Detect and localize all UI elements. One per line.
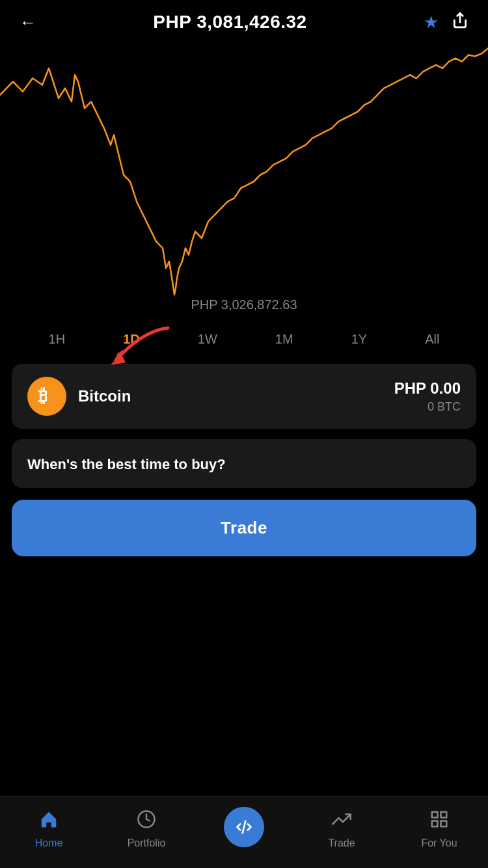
svg-rect-4 — [432, 812, 438, 818]
btc-amount: 0 BTC — [394, 400, 461, 414]
header: ← PHP 3,081,426.32 ★ — [0, 0, 488, 42]
price-chart: PHP 3,026,872.63 — [0, 42, 488, 321]
btc-php-value: PHP 0.00 — [394, 379, 461, 398]
bitcoin-name: Bitcoin — [78, 387, 131, 405]
time-filter-1d[interactable]: 1D — [116, 328, 146, 351]
svg-rect-6 — [432, 821, 438, 827]
favorite-icon[interactable]: ★ — [424, 12, 439, 33]
nav-portfolio-label: Portfolio — [128, 837, 166, 849]
trade-icon — [332, 809, 351, 834]
nav-trade-center[interactable] — [211, 807, 277, 852]
nav-portfolio[interactable]: Portfolio — [114, 809, 179, 849]
bitcoin-value: PHP 0.00 0 BTC — [394, 379, 461, 414]
nav-home-label: Home — [35, 837, 63, 849]
svg-rect-7 — [441, 821, 447, 827]
svg-rect-5 — [441, 812, 447, 818]
for-you-icon — [429, 809, 449, 834]
svg-text:₿: ₿ — [38, 386, 47, 406]
trade-button-container: Trade — [0, 488, 488, 565]
bitcoin-info: ₿ Bitcoin — [27, 377, 131, 416]
back-button[interactable]: ← — [20, 12, 36, 33]
article-card[interactable]: When's the best time to buy? — [12, 439, 476, 488]
price-title: PHP 3,081,426.32 — [153, 12, 306, 33]
article-title: When's the best time to buy? — [27, 455, 461, 475]
bitcoin-holding-row[interactable]: ₿ Bitcoin PHP 0.00 0 BTC — [12, 364, 476, 429]
time-filter-bar: 1H 1D 1W 1M 1Y All — [0, 321, 488, 357]
home-icon — [39, 809, 59, 834]
share-icon[interactable] — [452, 12, 468, 33]
header-actions: ★ — [424, 12, 468, 33]
nav-for-you-label: For You — [421, 837, 457, 849]
time-filter-1y[interactable]: 1Y — [345, 328, 373, 351]
nav-trade[interactable]: Trade — [309, 809, 374, 849]
portfolio-icon — [137, 809, 156, 834]
nav-home[interactable]: Home — [16, 809, 81, 849]
time-filter-1h[interactable]: 1H — [42, 328, 72, 351]
chart-low-label: PHP 3,026,872.63 — [191, 297, 297, 312]
time-filter-1w[interactable]: 1W — [191, 328, 224, 351]
time-filter-1m[interactable]: 1M — [269, 328, 300, 351]
nav-trade-label: Trade — [328, 837, 355, 849]
trade-center-icon[interactable] — [224, 807, 264, 847]
nav-for-you[interactable]: For You — [407, 809, 472, 849]
bottom-navigation: Home Portfolio Trade — [0, 796, 488, 868]
time-filter-all[interactable]: All — [418, 328, 446, 351]
btc-logo: ₿ — [27, 377, 66, 416]
trade-button[interactable]: Trade — [12, 500, 476, 556]
